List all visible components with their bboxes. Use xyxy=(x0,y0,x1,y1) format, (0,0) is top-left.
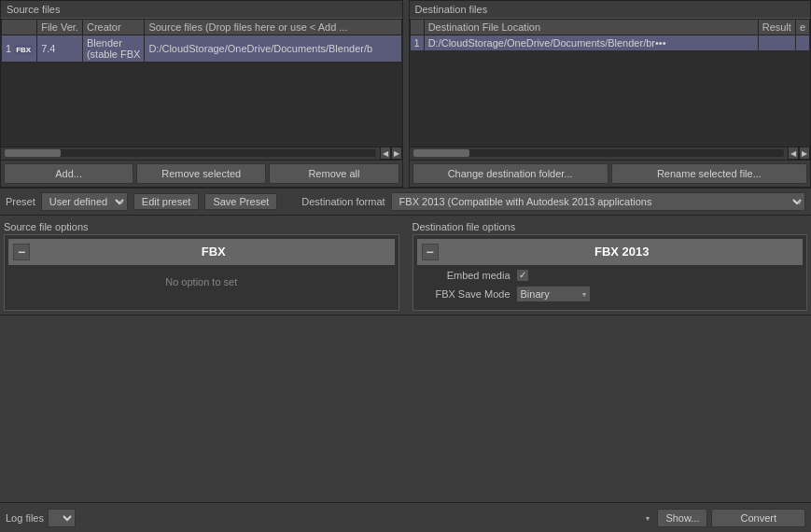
dest-row-path: D:/CloudStorage/OneDrive/Documents/Blend… xyxy=(424,35,758,51)
source-options-panel: Source file options − FBX No option to s… xyxy=(0,216,403,315)
destination-panel: Destination files Destination File Locat… xyxy=(409,0,812,188)
source-col-path[interactable]: Source files (Drop files here or use < A… xyxy=(145,20,401,35)
remove-selected-button[interactable]: Remove selected xyxy=(136,163,266,184)
source-table: File Ver. Creator Source files (Drop fil… xyxy=(1,19,402,63)
dest-format-label: Destination format xyxy=(301,196,385,207)
embed-media-checkbox[interactable]: ✓ xyxy=(516,269,529,282)
source-scroll-right[interactable]: ▶ xyxy=(391,147,402,160)
dest-row-index: 1 xyxy=(410,35,424,51)
rename-selected-button[interactable]: Rename selected file... xyxy=(611,163,807,184)
source-row-index: 1 FBX xyxy=(2,35,37,63)
remove-all-button[interactable]: Remove all xyxy=(269,163,399,184)
source-scroll-thumb[interactable] xyxy=(5,149,61,157)
preset-select[interactable]: User defined xyxy=(41,192,128,211)
source-scroll-track[interactable] xyxy=(5,149,376,157)
destination-table-wrapper: Destination File Location Result e 1 D:/… xyxy=(410,19,811,147)
source-col-version[interactable]: File Ver. xyxy=(37,20,83,35)
source-options-box: − FBX No option to set xyxy=(4,234,399,311)
log-label: Log files xyxy=(6,512,44,524)
dest-btn-row: Change destination folder... Rename sele… xyxy=(410,160,811,187)
dest-format-select[interactable]: FBX 2013 (Compatible with Autodesk 2013 … xyxy=(391,192,805,211)
source-col-num xyxy=(2,20,37,35)
dest-scrollbar[interactable]: ◀ ▶ xyxy=(410,147,811,160)
log-select-wrapper[interactable] xyxy=(48,509,653,527)
fbx-save-mode-row: FBX Save Mode Binary ASCII xyxy=(417,286,804,302)
dest-options-label: Destination file options xyxy=(412,219,808,234)
source-scroll-left[interactable]: ◀ xyxy=(380,147,391,160)
source-no-option: No option to set xyxy=(8,269,395,295)
dest-col-num xyxy=(410,20,424,35)
source-format-bar: − FBX xyxy=(8,239,395,265)
dest-scroll-track[interactable] xyxy=(413,149,785,157)
source-col-creator[interactable]: Creator xyxy=(82,20,144,35)
save-preset-button[interactable]: Save Preset xyxy=(204,193,277,210)
log-select[interactable] xyxy=(48,509,76,527)
top-panels: Source files File Ver. Creator Source fi… xyxy=(0,0,811,189)
dest-format-label-bar: FBX 2013 xyxy=(446,245,799,259)
source-options-label: Source file options xyxy=(4,219,399,234)
dest-row-e xyxy=(795,35,809,51)
fbx-save-mode-wrapper[interactable]: Binary ASCII xyxy=(516,286,591,302)
source-format-minus[interactable]: − xyxy=(13,244,30,260)
preset-section: Preset User defined Edit preset Save Pre… xyxy=(0,189,811,216)
dest-scroll-left[interactable]: ◀ xyxy=(788,147,799,160)
dest-format-minus[interactable]: − xyxy=(422,244,439,260)
dest-format-bar: − FBX 2013 xyxy=(417,239,804,265)
change-destination-button[interactable]: Change destination folder... xyxy=(412,163,608,184)
destination-table: Destination File Location Result e 1 D:/… xyxy=(410,19,811,51)
footer: Log files Show... Convert xyxy=(0,502,811,532)
fbx-save-mode-label: FBX Save Mode xyxy=(417,288,510,300)
fbx-save-mode-select[interactable]: Binary ASCII xyxy=(516,286,591,302)
dest-scroll-thumb[interactable] xyxy=(413,149,469,157)
dest-scroll-arrows: ◀ ▶ xyxy=(788,147,810,160)
dest-col-result[interactable]: Result xyxy=(758,20,795,35)
source-scrollbar[interactable]: ◀ ▶ xyxy=(1,147,402,160)
source-row-version: 7.4 xyxy=(37,35,83,63)
add-button[interactable]: Add... xyxy=(4,163,133,184)
dest-options-panel: Destination file options − FBX 2013 Embe… xyxy=(409,216,812,315)
edit-preset-button[interactable]: Edit preset xyxy=(133,193,200,210)
dest-format-select-wrapper[interactable]: FBX 2013 (Compatible with Autodesk 2013 … xyxy=(391,192,805,211)
fbx-icon: FBX xyxy=(14,45,33,55)
convert-button[interactable]: Convert xyxy=(711,509,805,527)
embed-media-label: Embed media xyxy=(417,270,510,281)
source-row-creator: Blender(stable FBX xyxy=(82,35,144,63)
source-table-wrapper: File Ver. Creator Source files (Drop fil… xyxy=(1,19,402,147)
dest-options-box: − FBX 2013 Embed media ✓ FBX Save Mode B… xyxy=(412,234,808,311)
dest-col-location[interactable]: Destination File Location xyxy=(424,20,758,35)
source-table-row[interactable]: 1 FBX 7.4 Blender(stable FBX D:/CloudSto… xyxy=(2,35,402,63)
preset-select-wrapper[interactable]: User defined xyxy=(41,192,128,211)
destination-table-row[interactable]: 1 D:/CloudStorage/OneDrive/Documents/Ble… xyxy=(410,35,810,51)
source-btn-row: Add... Remove selected Remove all xyxy=(1,160,402,187)
destination-panel-label: Destination files xyxy=(410,1,811,19)
main-container: Source files File Ver. Creator Source fi… xyxy=(0,0,811,532)
source-scroll-arrows: ◀ ▶ xyxy=(380,147,402,160)
show-button[interactable]: Show... xyxy=(657,509,707,527)
dest-scroll-right[interactable]: ▶ xyxy=(799,147,810,160)
options-section: Source file options − FBX No option to s… xyxy=(0,216,811,315)
preset-label: Preset xyxy=(6,196,35,207)
spacer xyxy=(0,315,811,503)
source-panel: Source files File Ver. Creator Source fi… xyxy=(0,0,403,188)
dest-row-result xyxy=(758,35,795,51)
source-row-path: D:/CloudStorage/OneDrive/Documents/Blend… xyxy=(145,35,401,63)
source-panel-label: Source files xyxy=(1,1,402,19)
source-format-label: FBX xyxy=(37,245,390,259)
embed-media-row: Embed media ✓ xyxy=(417,269,804,282)
dest-col-e[interactable]: e xyxy=(795,20,809,35)
